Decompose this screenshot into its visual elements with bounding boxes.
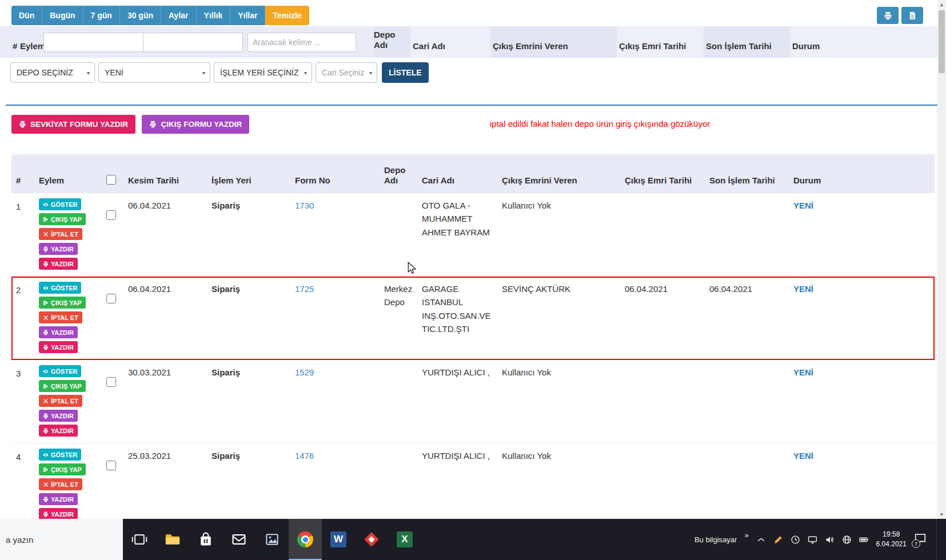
cikis-yap-button[interactable]: ÇIKIŞ YAP xyxy=(39,463,86,475)
chrome-icon[interactable] xyxy=(289,519,322,560)
clock-date: 6.04.2021 xyxy=(876,539,907,549)
row-actions: GÖSTER ÇIKIŞ YAP İPTAL ET YAZDIR YAZDIR xyxy=(32,443,103,519)
sevkiyat-formu-yazdir-button[interactable]: SEVKİYAT FORMU YAZDIR xyxy=(11,115,135,134)
depo-select[interactable]: DEPO SEÇİNİZ▾ xyxy=(10,62,95,83)
photos-icon[interactable] xyxy=(256,519,289,560)
task-view-icon[interactable] xyxy=(123,519,156,560)
store-icon[interactable] xyxy=(189,519,222,560)
goster-button[interactable]: GÖSTER xyxy=(39,282,81,294)
row-checkbox[interactable] xyxy=(106,377,116,387)
yazdir-button[interactable]: YAZDIR xyxy=(39,326,78,338)
depo-adi-cell xyxy=(380,193,417,276)
chevron-up-icon[interactable] xyxy=(756,535,766,545)
yazdir-button[interactable]: YAZDIR xyxy=(39,410,78,422)
filter-months-button[interactable]: Aylar xyxy=(161,6,197,25)
file-explorer-icon[interactable] xyxy=(156,519,189,560)
yazdir-button-2[interactable]: YAZDIR xyxy=(39,508,78,519)
islem-yeri-select[interactable]: İŞLEM YERİ SEÇİNİZ▾ xyxy=(214,62,312,83)
cikis-yap-button[interactable]: ÇIKIŞ YAP xyxy=(39,380,86,392)
toolbar-label[interactable]: Bu bilgisayar xyxy=(694,535,737,544)
cikis-yap-button[interactable]: ÇIKIŞ YAP xyxy=(39,297,86,309)
print-button[interactable] xyxy=(877,7,899,24)
goster-button[interactable]: GÖSTER xyxy=(39,365,81,377)
cari-adi-cell: GARAGE ISTANBUL INŞ.OTO.SAN.VE TIC.LTD.Ş… xyxy=(417,277,497,359)
excel-icon[interactable]: X xyxy=(388,519,421,560)
word-icon[interactable]: W xyxy=(322,519,355,560)
yazdir-button-2[interactable]: YAZDIR xyxy=(39,425,78,437)
red-diamond-app-icon[interactable] xyxy=(355,519,388,560)
goster-button[interactable]: GÖSTER xyxy=(39,449,81,461)
form-no-link[interactable]: 1476 xyxy=(295,451,314,461)
form-no-link[interactable]: 1730 xyxy=(295,201,314,210)
form-no-link[interactable]: 1725 xyxy=(295,284,314,294)
iptal-et-button[interactable]: İPTAL ET xyxy=(39,311,82,323)
scroll-up-arrow-icon[interactable]: ▲ xyxy=(937,0,946,9)
clear-filter-button[interactable]: Temizle xyxy=(265,6,309,25)
filter-input-1[interactable] xyxy=(43,33,143,52)
iptal-et-button[interactable]: İPTAL ET xyxy=(39,228,82,240)
cikis-yap-button[interactable]: ÇIKIŞ YAP xyxy=(39,213,86,225)
taskbar-clock[interactable]: 19:58 6.04.2021 xyxy=(876,530,907,550)
show-desktop-button[interactable] xyxy=(936,519,939,560)
filter-today-button[interactable]: Bugün xyxy=(42,6,83,25)
file-export-icon xyxy=(908,11,917,20)
yazdir-button-2[interactable]: YAZDIR xyxy=(39,341,78,353)
search-input[interactable] xyxy=(248,33,356,52)
row-actions: GÖSTER ÇIKIŞ YAP İPTAL ET YAZDIR YAZDIR xyxy=(32,360,103,443)
cari-select[interactable]: Cari Seçiniz▾ xyxy=(316,62,377,83)
cari-adi-cell: OTO GALA - MUHAMMET AHMET BAYRAM xyxy=(417,193,497,276)
printer-icon xyxy=(149,121,157,128)
network-icon[interactable] xyxy=(842,535,852,545)
filter-30days-button[interactable]: 30 gün xyxy=(120,6,161,25)
clock-icon[interactable] xyxy=(791,535,800,545)
filter-7days-button[interactable]: 7 gün xyxy=(83,6,120,25)
monitor-icon[interactable] xyxy=(808,535,817,545)
row-checkbox[interactable] xyxy=(106,210,116,220)
scrollbar-thumb[interactable] xyxy=(939,10,945,73)
desktop-screen: Dün Bugün 7 gün 30 gün Aylar Yıllık Yıll… xyxy=(0,0,946,560)
depo-adi-cell xyxy=(380,443,417,519)
scroll-down-arrow-icon[interactable]: ▼ xyxy=(937,510,946,519)
goster-button[interactable]: GÖSTER xyxy=(39,198,81,210)
header-depo-adi: Depo Adı xyxy=(380,165,417,194)
eye-icon xyxy=(43,369,49,374)
kesim-tarihi-cell: 25.03.2021 xyxy=(123,443,207,519)
pen-icon[interactable] xyxy=(773,535,783,545)
toolbar-overflow-icon[interactable]: » xyxy=(744,531,748,539)
status-text: YENİ xyxy=(789,277,935,359)
filter-input-2[interactable] xyxy=(143,33,243,52)
header-son-islem-tarihi: Son İşlem Tarihi xyxy=(705,175,789,193)
scrollbar[interactable]: ▲ ▼ xyxy=(937,0,946,519)
listele-button[interactable]: LİSTELE xyxy=(382,62,429,83)
row-actions: GÖSTER ÇIKIŞ YAP İPTAL ET YAZDIR YAZDIR xyxy=(32,277,103,359)
top-right-actions xyxy=(877,7,923,24)
select-all-checkbox[interactable] xyxy=(106,175,116,185)
results-table: # Eylem Kesim Tarihi İşlem Yeri Form No … xyxy=(11,154,935,519)
depo-adi-cell xyxy=(380,360,417,443)
export-button[interactable] xyxy=(901,7,923,24)
iptal-et-button[interactable]: İPTAL ET xyxy=(39,395,82,407)
action-center-icon[interactable]: 7 xyxy=(914,532,929,547)
row-checkbox[interactable] xyxy=(106,461,116,470)
yazdir-button-2[interactable]: YAZDIR xyxy=(39,258,78,270)
form-actions-row: SEVKİYAT FORMU YAZDIR ÇIKIŞ FORMU YAZDIR… xyxy=(11,115,946,134)
mail-icon[interactable] xyxy=(222,519,256,560)
row-number: 2 xyxy=(11,277,32,359)
filter-yesterday-button[interactable]: Dün xyxy=(11,6,42,25)
filter-years-button[interactable]: Yıllar xyxy=(230,6,265,25)
taskbar-search-input[interactable]: a yazın xyxy=(0,519,123,560)
form-no-link[interactable]: 1529 xyxy=(295,367,314,377)
sign-out-icon xyxy=(43,217,49,222)
yazdir-button[interactable]: YAZDIR xyxy=(39,493,78,505)
row-number: 3 xyxy=(11,360,32,443)
row-checkbox[interactable] xyxy=(106,294,116,303)
filter-yearly-button[interactable]: Yıllık xyxy=(197,6,231,25)
kesim-tarihi-cell: 06.04.2021 xyxy=(123,277,207,359)
battery-icon[interactable] xyxy=(859,535,869,545)
depo-adi-cell: Merkez Depo xyxy=(380,277,417,359)
speaker-icon[interactable] xyxy=(825,535,835,545)
yazdir-button[interactable]: YAZDIR xyxy=(39,243,78,255)
durum-select[interactable]: YENİ▾ xyxy=(98,62,210,83)
iptal-et-button[interactable]: İPTAL ET xyxy=(39,478,82,490)
cikis-formu-yazdir-button[interactable]: ÇIKIŞ FORMU YAZDIR xyxy=(142,115,249,134)
